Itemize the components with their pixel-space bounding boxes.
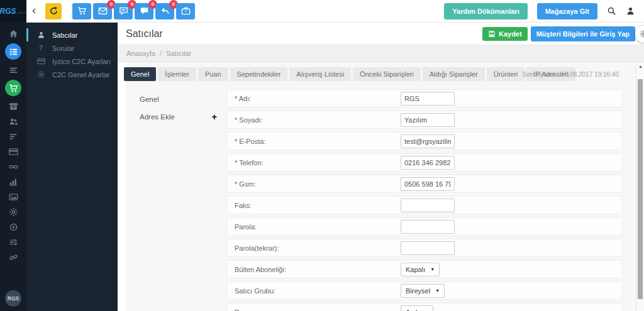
sidebar-item-c2c-genel-ayarlar[interactable]: C2C Genel Ayarlar bbox=[26, 68, 118, 81]
rail-item-home[interactable] bbox=[5, 28, 21, 38]
breadcrumb-item[interactable]: Anasayfa bbox=[126, 50, 155, 57]
user-avatar[interactable]: RGS bbox=[5, 290, 21, 307]
panel-link-adres-ekle[interactable]: Adres Ekle+ bbox=[124, 108, 219, 126]
reply-icon bbox=[160, 6, 170, 16]
rail-item-orders[interactable] bbox=[5, 65, 21, 75]
sidebar-item-label: Satıcılar bbox=[52, 31, 77, 39]
tab-genel[interactable]: Genel bbox=[124, 67, 156, 81]
form-row-durumu: Durumu:Açık▼ bbox=[226, 303, 623, 311]
home-icon bbox=[9, 29, 18, 38]
field-input-gsm[interactable] bbox=[401, 177, 455, 191]
rail-item-archive[interactable] bbox=[5, 101, 21, 111]
sliders-icon bbox=[9, 237, 18, 247]
field-input-soyadi[interactable] bbox=[401, 113, 455, 127]
tab-i-lemler[interactable]: İşlemler bbox=[158, 67, 196, 81]
help-docs-button[interactable]: Yardım Dökümanları bbox=[444, 3, 527, 19]
form-side-panel: GenelAdres Ekle+ bbox=[124, 90, 219, 126]
field-input-faks[interactable] bbox=[401, 199, 455, 212]
archive-icon bbox=[9, 102, 18, 111]
sidebar-item-label: C2C Genel Ayarlar bbox=[52, 71, 110, 79]
chevron-left-icon bbox=[31, 8, 38, 14]
products-button[interactable] bbox=[176, 3, 195, 19]
tab-puan[interactable]: Puan bbox=[198, 67, 228, 81]
rail-item-media[interactable] bbox=[5, 192, 21, 202]
tab--nceki-sipari-leri[interactable]: Önceki Siparişleri bbox=[353, 67, 421, 81]
icon-rail: RGS yazılım RGS bbox=[0, 0, 26, 311]
form-row-eposta: * E-Posta: bbox=[226, 132, 623, 150]
logo-text: RGS bbox=[0, 7, 16, 16]
tab--r-nleri[interactable]: Ürünleri bbox=[487, 67, 525, 81]
field-select-bulten-aboneligi[interactable]: Kapalı▼ bbox=[401, 263, 440, 276]
save-button-label: Kaydet bbox=[499, 30, 522, 38]
comment-icon bbox=[119, 6, 128, 16]
save-icon bbox=[488, 30, 496, 38]
rail-item-customers[interactable] bbox=[5, 116, 21, 126]
select-value: Açık bbox=[406, 308, 419, 311]
rail-item-targets[interactable] bbox=[5, 222, 21, 232]
save-button[interactable]: Kaydet bbox=[482, 27, 528, 41]
quick-toolbar: 0000 bbox=[45, 3, 197, 19]
content: Satıcılar Kaydet Müşteri Bilgileri ile G… bbox=[118, 23, 644, 311]
field-label-bulten-aboneligi: Bülten Aboneliği: bbox=[235, 266, 286, 273]
rail-item-statistics[interactable] bbox=[5, 177, 21, 187]
link-h-icon bbox=[9, 162, 18, 172]
login-as-customer-button[interactable]: Müşteri Bilgileri ile Giriş Yap bbox=[531, 26, 635, 41]
cart-button[interactable] bbox=[72, 3, 91, 19]
field-input-parola-tekrar[interactable] bbox=[401, 241, 455, 255]
tab-al-veri-listesi[interactable]: Alışveriş Listesi bbox=[289, 67, 351, 81]
th-list-icon bbox=[9, 47, 18, 57]
rail-item-links[interactable] bbox=[5, 252, 21, 262]
logo-suffix: yazılım bbox=[17, 11, 27, 14]
scrollbar[interactable]: ▲ bbox=[636, 62, 644, 311]
scroll-up-arrow-icon[interactable]: ▲ bbox=[638, 64, 643, 68]
field-select-durumu[interactable]: Açık▼ bbox=[401, 305, 433, 311]
form-row-bulten-aboneligi: Bülten Aboneliği:Kapalı▼ bbox=[226, 260, 623, 278]
sort-icon bbox=[9, 132, 18, 141]
go-to-store-button[interactable]: Mağazaya Git bbox=[537, 3, 597, 19]
credit-card-icon bbox=[9, 147, 18, 156]
chats-button[interactable]: 0 bbox=[135, 3, 153, 19]
rail-item-marketplace[interactable] bbox=[5, 80, 21, 96]
breadcrumb-item[interactable]: Satıcılar bbox=[166, 50, 191, 57]
sidebar-item-label: Sorular bbox=[52, 45, 74, 52]
returns-button[interactable]: 0 bbox=[155, 3, 174, 19]
header-actions: Kaydet Müşteri Bilgileri ile Giriş Yap bbox=[482, 26, 644, 41]
field-input-parola[interactable] bbox=[401, 220, 455, 234]
rail-item-lists[interactable] bbox=[5, 131, 21, 141]
rail-item-integrations[interactable] bbox=[5, 161, 21, 172]
last-visit-label: Son Ziyareti : 10.08.2017 19:16:40 bbox=[523, 71, 619, 78]
panel-link-genel[interactable]: Genel bbox=[124, 90, 219, 108]
plus-icon[interactable]: + bbox=[212, 112, 217, 122]
topbar-right: Yardım Dökümanları Mağazaya Git bbox=[444, 3, 644, 19]
refresh-button[interactable] bbox=[45, 3, 62, 19]
sidebar-item-sat-c-lar[interactable]: Satıcılar bbox=[26, 28, 118, 41]
gear-icon bbox=[37, 70, 45, 79]
rail-item-options[interactable] bbox=[5, 237, 21, 247]
messages-button[interactable]: 0 bbox=[93, 3, 112, 19]
sidebar-item-iyzico-c2c-ayarlar-[interactable]: Iyzico C2C Ayarları bbox=[26, 55, 118, 68]
field-input-telefon[interactable] bbox=[401, 156, 455, 170]
form-row-parola: Parola: bbox=[226, 217, 623, 236]
tab-ald-sipari-ler[interactable]: Aldığı Siparişler bbox=[423, 67, 485, 81]
tab-sepetindekiler[interactable]: Sepetindekiler bbox=[230, 67, 288, 81]
rail-item-catalog[interactable] bbox=[5, 43, 21, 60]
field-label-parola: Parola: bbox=[235, 223, 257, 231]
comments-button[interactable]: 0 bbox=[114, 3, 133, 19]
scrollbar-thumb[interactable] bbox=[638, 79, 643, 299]
collapse-sidebar-button[interactable] bbox=[28, 3, 40, 19]
rail-item-settings[interactable] bbox=[5, 207, 21, 217]
form-row-faks: Faks: bbox=[226, 196, 623, 214]
cart-icon bbox=[77, 6, 87, 16]
page-title: Satıcılar bbox=[126, 28, 163, 40]
rail-item-payments[interactable] bbox=[5, 146, 21, 156]
bar-chart-icon bbox=[9, 177, 18, 187]
logo[interactable]: RGS yazılım bbox=[0, 0, 26, 23]
search-icon[interactable] bbox=[607, 6, 616, 16]
field-select-satici-grubu[interactable]: Bireysel▼ bbox=[401, 284, 445, 298]
sidebar-item-sorular[interactable]: ?Sorular bbox=[26, 41, 118, 55]
field-input-adi[interactable] bbox=[401, 92, 455, 106]
field-input-eposta[interactable] bbox=[401, 134, 455, 148]
field-label-satici-grubu: Satıcı Grubu: bbox=[235, 287, 275, 295]
envelope-icon bbox=[98, 6, 108, 16]
user-icon[interactable] bbox=[626, 6, 635, 16]
